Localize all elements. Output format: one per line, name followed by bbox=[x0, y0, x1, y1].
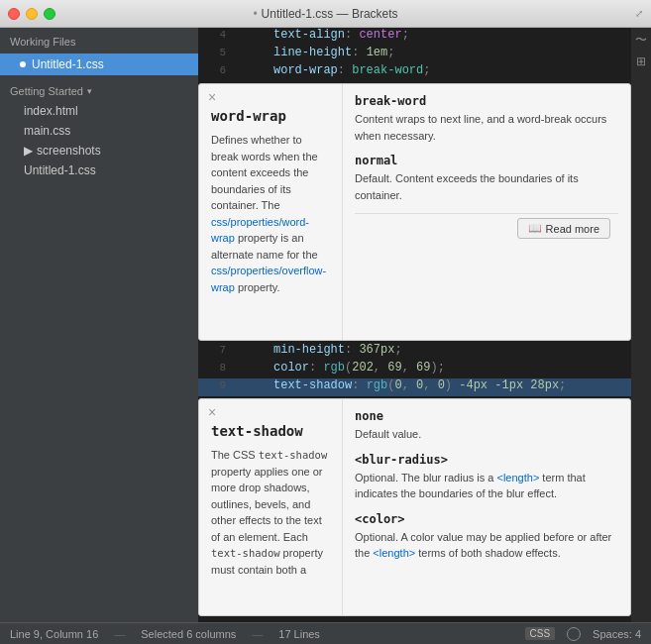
sidebar: Working Files Untitled-1.css Getting Sta… bbox=[0, 28, 198, 622]
sidebar-active-filename: Untitled-1.css bbox=[32, 57, 104, 71]
word-wrap-inline-doc: × word-wrap Defines whether to break wor… bbox=[198, 83, 631, 341]
text-shadow-doc-right: none Default value. <blur-radius> Option… bbox=[343, 399, 630, 615]
code-line-4[interactable]: 4 text-align : center ; bbox=[198, 28, 631, 46]
code-line-8[interactable]: 8 color : rgb(202, 69, 69); bbox=[198, 361, 631, 378]
sidebar-item-index-html[interactable]: index.html bbox=[0, 101, 198, 121]
status-bar: Line 9, Column 16 — Selected 6 columns —… bbox=[0, 622, 651, 644]
code-line-5[interactable]: 5 line-height : 1em ; bbox=[198, 46, 631, 63]
text-shadow-title: text-shadow bbox=[211, 423, 330, 439]
code-line-9[interactable]: 9 text-shadow : rgb(0, 0, 0) -4px -1px 2… bbox=[198, 378, 631, 396]
sidebar-item-main-css[interactable]: main.css bbox=[0, 121, 198, 141]
working-files-label: Working Files bbox=[0, 28, 198, 54]
active-dot bbox=[20, 61, 26, 67]
text-shadow-length-link1[interactable]: <length> bbox=[496, 472, 539, 483]
getting-started-label: Getting Started bbox=[10, 85, 83, 97]
chevron-down-icon: ▾ bbox=[87, 86, 92, 96]
maximize-button[interactable] bbox=[44, 8, 55, 20]
status-spaces: Spaces: 4 bbox=[593, 628, 641, 640]
traffic-lights bbox=[8, 8, 55, 20]
status-lines: 17 Lines bbox=[278, 628, 320, 640]
read-more-icon: 📖 bbox=[528, 222, 542, 235]
word-wrap-option-normal: normal Default. Content exceeds the boun… bbox=[355, 154, 618, 203]
code-line-6[interactable]: 6 word-wrap : break-word ; bbox=[198, 63, 631, 81]
word-wrap-description: Defines whether to break words when the … bbox=[211, 132, 330, 295]
minimize-button[interactable] bbox=[26, 8, 38, 20]
text-shadow-length-link2[interactable]: <length> bbox=[373, 547, 415, 559]
word-wrap-close-button[interactable]: × bbox=[205, 90, 219, 104]
text-shadow-doc-left: text-shadow The CSS text-shadow property… bbox=[199, 399, 343, 615]
sidebar-item-untitled-css-active[interactable]: Untitled-1.css bbox=[0, 54, 198, 75]
word-wrap-option-break-word: break-word Content wraps to next line, a… bbox=[355, 94, 618, 144]
text-shadow-close-button[interactable]: × bbox=[205, 405, 219, 419]
text-shadow-option-blur-radius: <blur-radius> Optional. The blur radius … bbox=[355, 453, 618, 502]
word-wrap-title: word-wrap bbox=[211, 108, 330, 124]
word-wrap-link1[interactable]: css/properties/word-wrap bbox=[211, 216, 309, 245]
read-more-button[interactable]: 📖 Read more bbox=[517, 218, 610, 239]
code-block-top: 4 text-align : center ; 5 line-height : … bbox=[198, 28, 631, 81]
grid-icon[interactable]: ⊞ bbox=[633, 54, 649, 69]
language-badge[interactable]: CSS bbox=[525, 627, 556, 640]
folder-arrow-icon: ▶ bbox=[24, 144, 33, 158]
text-shadow-option-none: none Default value. bbox=[355, 409, 618, 443]
code-line-7[interactable]: 7 min-height : 367px ; bbox=[198, 343, 631, 361]
editor-area: 4 text-align : center ; 5 line-height : … bbox=[198, 28, 631, 622]
sidebar-item-untitled-css[interactable]: Untitled-1.css bbox=[0, 161, 198, 180]
word-wrap-link2[interactable]: css/properties/overflow-wrap bbox=[211, 265, 326, 293]
text-shadow-inline-doc: × text-shadow The CSS text-shadow proper… bbox=[198, 398, 631, 616]
main-container: Working Files Untitled-1.css Getting Sta… bbox=[0, 28, 651, 622]
wave-icon[interactable]: 〜 bbox=[633, 32, 649, 48]
word-wrap-doc-left: word-wrap Defines whether to break words… bbox=[199, 84, 343, 340]
window-title: •Untitled-1.css — Brackets bbox=[253, 7, 397, 21]
text-shadow-option-color: <color> Optional. A color value may be a… bbox=[355, 512, 618, 562]
status-position: Line 9, Column 16 bbox=[10, 628, 98, 640]
word-wrap-doc-right: break-word Content wraps to next line, a… bbox=[343, 84, 630, 340]
code-block-middle: 7 min-height : 367px ; 8 color : rgb(202… bbox=[198, 343, 631, 396]
close-button[interactable] bbox=[8, 8, 20, 20]
status-circle[interactable] bbox=[567, 627, 581, 641]
resize-icon[interactable]: ⤢ bbox=[635, 8, 643, 19]
sidebar-item-screenshots[interactable]: ▶ screenshots bbox=[0, 141, 198, 161]
status-selection: Selected 6 columns bbox=[141, 628, 236, 640]
title-bar: •Untitled-1.css — Brackets ⤢ bbox=[0, 0, 651, 28]
read-more-bar: 📖 Read more bbox=[355, 213, 618, 243]
right-panel-icons: 〜 ⊞ bbox=[631, 28, 651, 622]
text-shadow-description: The CSS text-shadow property applies one… bbox=[211, 447, 330, 579]
getting-started-group[interactable]: Getting Started ▾ bbox=[0, 75, 198, 101]
